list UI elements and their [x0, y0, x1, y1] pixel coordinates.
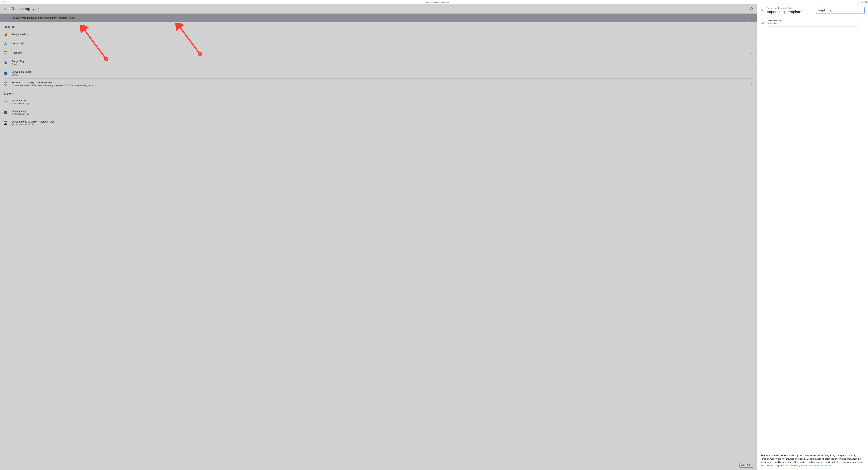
row-sub: Discover featured CMP templates that dee… [11, 84, 746, 87]
chevron-right-icon [750, 33, 753, 36]
verified-icon [761, 21, 765, 25]
tag-row-featured-cmp[interactable]: Featured Community CMP TemplatesDiscover… [3, 79, 753, 89]
svg-rect-0 [2, 1, 3, 3]
floodlight-icon [3, 51, 8, 55]
clear-icon[interactable] [859, 9, 863, 12]
footer-policy-link[interactable]: Community Template Gallery User Policies… [789, 464, 832, 467]
browser-toolbar: tagmanager.google.com [0, 0, 868, 4]
result-title: Axeptio CMP [768, 19, 859, 22]
svg-rect-11 [4, 35, 5, 36]
google-tag-icon: G [3, 61, 8, 65]
panel-title: Import Tag Template [767, 10, 813, 14]
svg-rect-20 [4, 122, 7, 124]
svg-rect-2 [427, 2, 428, 3]
attention-footer: Attention: The templates provided by thi… [757, 451, 868, 470]
tag-row-conversion-linker[interactable]: Conversion LinkerGoogle [3, 68, 753, 79]
svg-line-10 [752, 9, 753, 10]
chevron-right-icon [750, 51, 753, 54]
section-featured: Featured [0, 22, 757, 30]
choose-tag-panel: Choose tag type Discover more tag types … [0, 4, 757, 470]
checkbox-icon [3, 121, 8, 125]
row-title: Floodlight [11, 51, 746, 54]
row-title: Consent Mode (Google + Microsoft tags) [11, 120, 753, 123]
tag-row-floodlight[interactable]: Floodlight [3, 48, 753, 58]
url-text: tagmanager.google.com [429, 1, 449, 3]
chevron-right-icon [861, 21, 865, 25]
discover-community-gallery-banner[interactable]: Discover more tag types in the Community… [0, 13, 757, 22]
breadcrumb: Community Template Gallery [767, 7, 813, 9]
tag-row-custom-image[interactable]: Custom ImageCustom Image Tag [3, 107, 753, 118]
row-sub: Google [11, 73, 753, 76]
search-input-wrapper[interactable] [816, 7, 865, 14]
lock-icon [426, 1, 428, 3]
footer-bold: Attention [761, 454, 770, 457]
analytics-icon [3, 32, 8, 36]
section-custom: Custom [0, 89, 757, 97]
row-title: Custom Image [11, 110, 753, 113]
row-sub: Google [11, 63, 753, 65]
search-icon[interactable] [750, 7, 753, 11]
row-title: Google Tag [11, 60, 753, 63]
chevron-right-icon [750, 82, 753, 85]
row-sub: Custom HTML Tag [11, 102, 753, 105]
row-sub: Custom Image Tag [11, 113, 753, 115]
gallery-button[interactable]: GALLERY [739, 463, 753, 468]
code-icon [3, 100, 8, 104]
share-icon[interactable] [861, 1, 863, 3]
panel-title: Choose tag type [10, 7, 746, 11]
author-link[interactable]: axeptio [770, 22, 777, 24]
reload-icon[interactable] [12, 1, 14, 3]
import-template-panel: Community Template Gallery Import Tag Te… [757, 4, 868, 470]
search-input[interactable] [818, 9, 859, 12]
svg-point-17 [4, 71, 7, 75]
result-axeptio-cmp[interactable]: Axeptio CMP by axeptio [757, 17, 868, 29]
svg-rect-12 [5, 34, 6, 36]
image-icon [3, 111, 8, 115]
tag-icon [3, 16, 7, 20]
tabs-icon[interactable] [864, 1, 867, 3]
chevron-right-icon [750, 16, 753, 20]
tag-row-google-analytics[interactable]: Google Analytics [3, 30, 753, 39]
close-icon[interactable] [3, 7, 7, 11]
svg-rect-13 [6, 33, 7, 36]
row-title: Featured Community CMP Templates [11, 81, 746, 84]
svg-text:G: G [5, 62, 6, 64]
row-title: Google Analytics [11, 33, 746, 36]
close-icon[interactable] [761, 9, 764, 12]
forward-icon[interactable] [9, 1, 11, 3]
tag-row-google-tag[interactable]: G Google TagGoogle [3, 58, 753, 68]
row-title: Conversion Linker [11, 70, 753, 73]
chevron-right-icon [750, 42, 753, 45]
row-title: Google Ads [11, 42, 746, 45]
sidebar-toggle-icon[interactable] [1, 1, 4, 3]
result-author: by axeptio [768, 22, 859, 24]
tag-row-custom-html[interactable]: Custom HTMLCustom HTML Tag [3, 97, 753, 107]
back-icon[interactable] [5, 1, 7, 3]
url-bar[interactable]: tagmanager.google.com [16, 1, 859, 3]
banner-text: Discover more tag types in the Community… [11, 17, 747, 19]
svg-point-14 [4, 44, 5, 45]
tag-row-google-ads[interactable]: Google Ads [3, 39, 753, 48]
shield-icon [3, 82, 8, 86]
svg-point-9 [750, 8, 752, 10]
conversion-linker-icon [3, 71, 8, 75]
tag-row-consent-mode[interactable]: Consent Mode (Google + Microsoft tags)gt… [3, 118, 753, 128]
row-sub: gtm-templates-simo-ahava [11, 123, 753, 126]
row-title: Custom HTML [11, 99, 753, 102]
ads-icon [3, 41, 8, 45]
